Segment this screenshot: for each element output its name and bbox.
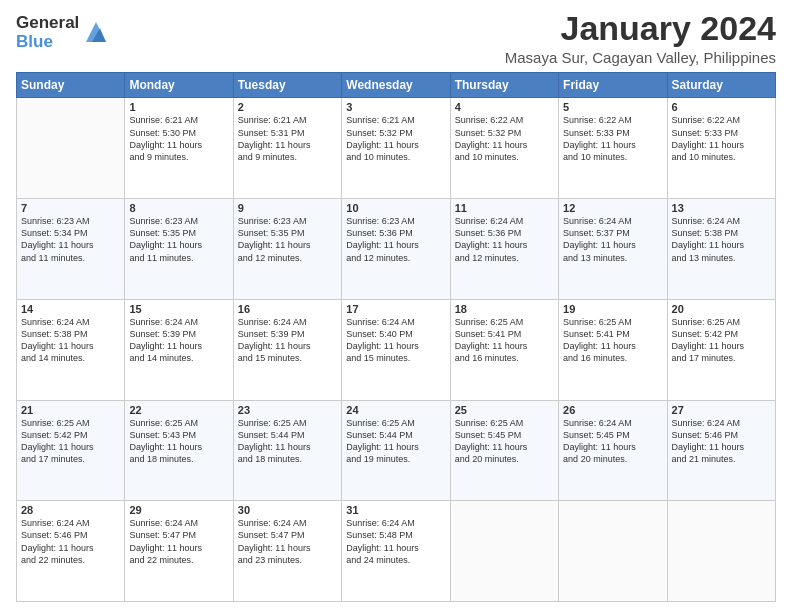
table-row: 9Sunrise: 6:23 AMSunset: 5:35 PMDaylight… xyxy=(233,199,341,300)
day-number: 13 xyxy=(672,202,771,214)
day-number: 28 xyxy=(21,504,120,516)
cell-info: Sunrise: 6:25 AMSunset: 5:44 PMDaylight:… xyxy=(346,417,445,466)
page: General Blue January 2024 Masaya Sur, Ca… xyxy=(0,0,792,612)
table-row: 28Sunrise: 6:24 AMSunset: 5:46 PMDayligh… xyxy=(17,501,125,602)
table-row: 17Sunrise: 6:24 AMSunset: 5:40 PMDayligh… xyxy=(342,299,450,400)
table-row: 11Sunrise: 6:24 AMSunset: 5:36 PMDayligh… xyxy=(450,199,558,300)
col-saturday: Saturday xyxy=(667,73,775,98)
cell-info: Sunrise: 6:23 AMSunset: 5:34 PMDaylight:… xyxy=(21,215,120,264)
day-number: 26 xyxy=(563,404,662,416)
cell-info: Sunrise: 6:21 AMSunset: 5:32 PMDaylight:… xyxy=(346,114,445,163)
day-number: 30 xyxy=(238,504,337,516)
table-row: 10Sunrise: 6:23 AMSunset: 5:36 PMDayligh… xyxy=(342,199,450,300)
calendar-week-row: 28Sunrise: 6:24 AMSunset: 5:46 PMDayligh… xyxy=(17,501,776,602)
cell-info: Sunrise: 6:25 AMSunset: 5:45 PMDaylight:… xyxy=(455,417,554,466)
day-number: 24 xyxy=(346,404,445,416)
day-number: 7 xyxy=(21,202,120,214)
title-area: January 2024 Masaya Sur, Cagayan Valley,… xyxy=(505,10,776,66)
calendar-week-row: 14Sunrise: 6:24 AMSunset: 5:38 PMDayligh… xyxy=(17,299,776,400)
table-row: 25Sunrise: 6:25 AMSunset: 5:45 PMDayligh… xyxy=(450,400,558,501)
col-friday: Friday xyxy=(559,73,667,98)
cell-info: Sunrise: 6:24 AMSunset: 5:46 PMDaylight:… xyxy=(21,517,120,566)
table-row: 16Sunrise: 6:24 AMSunset: 5:39 PMDayligh… xyxy=(233,299,341,400)
day-number: 11 xyxy=(455,202,554,214)
col-thursday: Thursday xyxy=(450,73,558,98)
table-row: 8Sunrise: 6:23 AMSunset: 5:35 PMDaylight… xyxy=(125,199,233,300)
calendar-week-row: 7Sunrise: 6:23 AMSunset: 5:34 PMDaylight… xyxy=(17,199,776,300)
cell-info: Sunrise: 6:24 AMSunset: 5:38 PMDaylight:… xyxy=(672,215,771,264)
cell-info: Sunrise: 6:24 AMSunset: 5:37 PMDaylight:… xyxy=(563,215,662,264)
calendar-week-row: 1Sunrise: 6:21 AMSunset: 5:30 PMDaylight… xyxy=(17,98,776,199)
col-sunday: Sunday xyxy=(17,73,125,98)
table-row: 19Sunrise: 6:25 AMSunset: 5:41 PMDayligh… xyxy=(559,299,667,400)
day-number: 5 xyxy=(563,101,662,113)
table-row: 5Sunrise: 6:22 AMSunset: 5:33 PMDaylight… xyxy=(559,98,667,199)
day-number: 4 xyxy=(455,101,554,113)
logo-icon xyxy=(82,18,110,46)
cell-info: Sunrise: 6:21 AMSunset: 5:30 PMDaylight:… xyxy=(129,114,228,163)
cell-info: Sunrise: 6:24 AMSunset: 5:47 PMDaylight:… xyxy=(129,517,228,566)
table-row: 23Sunrise: 6:25 AMSunset: 5:44 PMDayligh… xyxy=(233,400,341,501)
day-number: 22 xyxy=(129,404,228,416)
cell-info: Sunrise: 6:25 AMSunset: 5:43 PMDaylight:… xyxy=(129,417,228,466)
table-row: 18Sunrise: 6:25 AMSunset: 5:41 PMDayligh… xyxy=(450,299,558,400)
day-number: 12 xyxy=(563,202,662,214)
month-title: January 2024 xyxy=(505,10,776,47)
table-row xyxy=(667,501,775,602)
cell-info: Sunrise: 6:24 AMSunset: 5:47 PMDaylight:… xyxy=(238,517,337,566)
day-number: 31 xyxy=(346,504,445,516)
day-number: 17 xyxy=(346,303,445,315)
day-number: 1 xyxy=(129,101,228,113)
cell-info: Sunrise: 6:24 AMSunset: 5:39 PMDaylight:… xyxy=(238,316,337,365)
cell-info: Sunrise: 6:22 AMSunset: 5:33 PMDaylight:… xyxy=(672,114,771,163)
cell-info: Sunrise: 6:24 AMSunset: 5:45 PMDaylight:… xyxy=(563,417,662,466)
day-number: 21 xyxy=(21,404,120,416)
table-row xyxy=(450,501,558,602)
cell-info: Sunrise: 6:24 AMSunset: 5:48 PMDaylight:… xyxy=(346,517,445,566)
table-row: 31Sunrise: 6:24 AMSunset: 5:48 PMDayligh… xyxy=(342,501,450,602)
cell-info: Sunrise: 6:24 AMSunset: 5:36 PMDaylight:… xyxy=(455,215,554,264)
cell-info: Sunrise: 6:23 AMSunset: 5:35 PMDaylight:… xyxy=(238,215,337,264)
col-tuesday: Tuesday xyxy=(233,73,341,98)
subtitle: Masaya Sur, Cagayan Valley, Philippines xyxy=(505,49,776,66)
table-row: 21Sunrise: 6:25 AMSunset: 5:42 PMDayligh… xyxy=(17,400,125,501)
table-row: 27Sunrise: 6:24 AMSunset: 5:46 PMDayligh… xyxy=(667,400,775,501)
day-number: 2 xyxy=(238,101,337,113)
table-row: 12Sunrise: 6:24 AMSunset: 5:37 PMDayligh… xyxy=(559,199,667,300)
table-row: 13Sunrise: 6:24 AMSunset: 5:38 PMDayligh… xyxy=(667,199,775,300)
day-number: 16 xyxy=(238,303,337,315)
cell-info: Sunrise: 6:25 AMSunset: 5:44 PMDaylight:… xyxy=(238,417,337,466)
header: General Blue January 2024 Masaya Sur, Ca… xyxy=(16,10,776,66)
table-row: 6Sunrise: 6:22 AMSunset: 5:33 PMDaylight… xyxy=(667,98,775,199)
table-row: 14Sunrise: 6:24 AMSunset: 5:38 PMDayligh… xyxy=(17,299,125,400)
cell-info: Sunrise: 6:25 AMSunset: 5:41 PMDaylight:… xyxy=(563,316,662,365)
day-number: 14 xyxy=(21,303,120,315)
logo-blue: Blue xyxy=(16,33,79,52)
cell-info: Sunrise: 6:24 AMSunset: 5:38 PMDaylight:… xyxy=(21,316,120,365)
table-row: 15Sunrise: 6:24 AMSunset: 5:39 PMDayligh… xyxy=(125,299,233,400)
cell-info: Sunrise: 6:22 AMSunset: 5:32 PMDaylight:… xyxy=(455,114,554,163)
table-row: 29Sunrise: 6:24 AMSunset: 5:47 PMDayligh… xyxy=(125,501,233,602)
day-number: 27 xyxy=(672,404,771,416)
day-number: 15 xyxy=(129,303,228,315)
table-row: 7Sunrise: 6:23 AMSunset: 5:34 PMDaylight… xyxy=(17,199,125,300)
cell-info: Sunrise: 6:24 AMSunset: 5:46 PMDaylight:… xyxy=(672,417,771,466)
day-number: 10 xyxy=(346,202,445,214)
day-number: 19 xyxy=(563,303,662,315)
day-number: 29 xyxy=(129,504,228,516)
table-row: 2Sunrise: 6:21 AMSunset: 5:31 PMDaylight… xyxy=(233,98,341,199)
cell-info: Sunrise: 6:21 AMSunset: 5:31 PMDaylight:… xyxy=(238,114,337,163)
col-wednesday: Wednesday xyxy=(342,73,450,98)
day-number: 23 xyxy=(238,404,337,416)
cell-info: Sunrise: 6:24 AMSunset: 5:40 PMDaylight:… xyxy=(346,316,445,365)
day-number: 20 xyxy=(672,303,771,315)
cell-info: Sunrise: 6:23 AMSunset: 5:35 PMDaylight:… xyxy=(129,215,228,264)
day-number: 9 xyxy=(238,202,337,214)
logo-general: General xyxy=(16,14,79,33)
table-row: 22Sunrise: 6:25 AMSunset: 5:43 PMDayligh… xyxy=(125,400,233,501)
table-row: 4Sunrise: 6:22 AMSunset: 5:32 PMDaylight… xyxy=(450,98,558,199)
calendar-table: Sunday Monday Tuesday Wednesday Thursday… xyxy=(16,72,776,602)
cell-info: Sunrise: 6:25 AMSunset: 5:41 PMDaylight:… xyxy=(455,316,554,365)
cell-info: Sunrise: 6:22 AMSunset: 5:33 PMDaylight:… xyxy=(563,114,662,163)
table-row: 30Sunrise: 6:24 AMSunset: 5:47 PMDayligh… xyxy=(233,501,341,602)
